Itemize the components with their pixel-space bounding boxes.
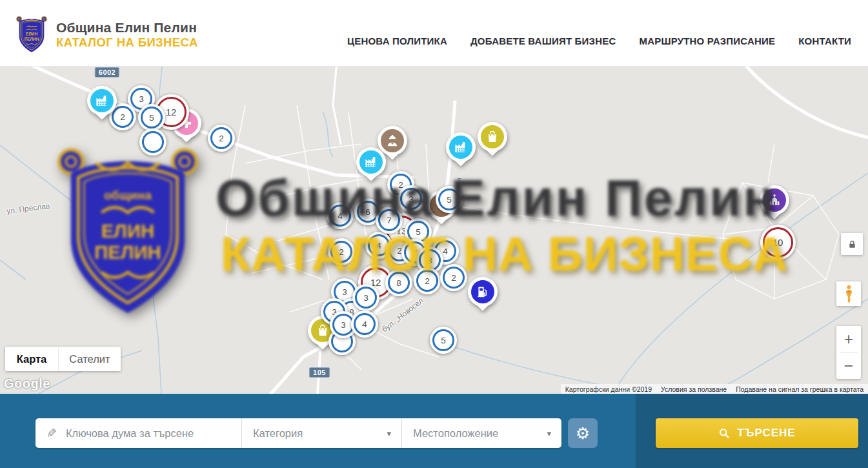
map-cluster-marker[interactable]: 2 <box>208 125 235 152</box>
chevron-down-icon: ▾ <box>387 429 391 438</box>
map-type-map-button[interactable]: Карта <box>5 347 58 371</box>
map-pin-marker-church[interactable] <box>760 185 789 224</box>
street-view-pegman-button[interactable] <box>836 281 861 306</box>
map-pin-marker-factory[interactable] <box>87 86 117 125</box>
cluster-count: 3 <box>139 94 144 104</box>
cluster-count: 5 <box>441 336 446 345</box>
zoom-control: + − <box>836 326 861 379</box>
map-pin-marker-factory[interactable] <box>356 147 386 186</box>
cluster-count: 2 <box>120 112 125 122</box>
pegman-icon <box>843 285 854 303</box>
map-cluster-marker[interactable]: 5 <box>430 327 457 354</box>
cluster-count: 5 <box>416 227 421 237</box>
cluster-count: 4 <box>376 241 381 250</box>
factory-icon <box>449 136 472 159</box>
map-type-satellite-button[interactable]: Сателит <box>58 347 121 371</box>
location-dropdown-label: Местоположение <box>413 427 498 440</box>
cluster-count: 10 <box>772 237 783 248</box>
map-cluster-marker[interactable]: 2 <box>440 264 467 291</box>
search-input-group: ✎ Категория ▾ Местоположение ▾ <box>35 418 561 448</box>
map-pin-marker-bag[interactable] <box>478 122 507 161</box>
pin-circle <box>468 277 498 307</box>
attribution-copyright: Картографски данни ©2019 <box>561 385 656 393</box>
pin-circle <box>356 147 386 177</box>
map-cluster-marker[interactable]: 3 <box>352 284 379 311</box>
site-title: Община Елин Пелин <box>56 21 198 35</box>
cluster-count: 5 <box>447 195 452 205</box>
nav-item-schedule[interactable]: МАРШРУТНО РАЗПИСАНИЕ <box>639 36 775 46</box>
location-dropdown[interactable]: Местоположение ▾ <box>402 418 561 448</box>
cluster-count: 2 <box>339 247 344 257</box>
category-dropdown-label: Категория <box>253 427 303 440</box>
map-cluster-marker[interactable]: 4 <box>327 202 354 229</box>
map-cluster-marker[interactable]: 3 <box>398 185 425 212</box>
map-cluster-marker[interactable]: 4 <box>351 310 378 338</box>
site-logo[interactable]: община ЕЛИН ПЕЛИН Община Елин Пелин КАТА… <box>15 15 198 55</box>
map-cluster-marker[interactable] <box>139 128 167 156</box>
cluster-count: 4 <box>443 247 448 256</box>
cluster-count: 7 <box>387 216 392 225</box>
lock-button[interactable] <box>841 233 863 255</box>
svg-text:община: община <box>26 25 37 28</box>
main-nav: ЦЕНОВА ПОЛИТИКА ДОБАВЕТЕ ВАШИЯТ БИЗНЕС М… <box>347 36 868 46</box>
map-canvas[interactable]: ул. Преславбул. „Новоселция 6002105 1232… <box>0 66 868 394</box>
municipality-crest-icon: община ЕЛИН ПЕЛИН <box>15 15 48 55</box>
lock-icon <box>847 239 857 249</box>
cluster-count: 2 <box>219 134 224 143</box>
cluster-count: 3 <box>409 194 414 204</box>
factory-icon <box>90 89 114 112</box>
map-cluster-marker[interactable]: 5 <box>138 104 165 131</box>
fuel-icon <box>471 280 494 303</box>
logo-text: Община Елин Пелин КАТАЛОГ НА БИЗНЕСА <box>56 21 198 48</box>
cluster-count: 8 <box>427 256 432 265</box>
search-button-label: ТЪРСЕНЕ <box>737 427 795 440</box>
cluster-count: 3 <box>342 287 347 297</box>
map-cluster-marker[interactable]: 7 <box>376 207 403 234</box>
pin-circle <box>87 86 117 116</box>
advanced-settings-button[interactable]: ⚙ <box>568 418 598 448</box>
cluster-count: 2 <box>425 276 430 286</box>
nav-item-add-business[interactable]: ДОБАВЕТЕ ВАШИЯТ БИЗНЕС <box>470 36 616 46</box>
pin-circle <box>478 122 507 152</box>
category-dropdown[interactable]: Категория ▾ <box>242 418 401 448</box>
map-cluster-marker[interactable]: 10 <box>760 225 796 260</box>
cluster-count: 5 <box>149 113 154 123</box>
svg-text:ПЕЛИН: ПЕЛИН <box>25 37 39 41</box>
cluster-count: 8 <box>396 278 401 288</box>
zoom-in-button[interactable]: + <box>836 326 861 352</box>
map-pin-marker-fuel[interactable] <box>468 277 498 316</box>
map-pin-marker-factory[interactable] <box>446 132 476 171</box>
map-attribution: Картографски данни ©2019 Условия за полз… <box>561 384 868 394</box>
site-header: община ЕЛИН ПЕЛИН Община Елин Пелин КАТА… <box>0 0 868 66</box>
search-button[interactable]: ТЪРСЕНЕ <box>656 418 858 448</box>
zoom-out-button[interactable]: − <box>836 353 861 380</box>
chevron-down-icon: ▾ <box>547 429 551 438</box>
nav-item-contacts[interactable]: КОНТАКТИ <box>798 36 851 46</box>
keyword-field-wrap: ✎ <box>35 418 241 448</box>
cluster-count: 2 <box>451 273 456 283</box>
map-markers-layer: 12325223513446752748212822383334510 <box>0 66 868 394</box>
cluster-count: 3 <box>363 293 368 303</box>
attribution-terms-link[interactable]: Условия за ползване <box>656 385 731 393</box>
pencil-icon: ✎ <box>46 426 57 441</box>
church-icon <box>763 188 786 212</box>
map-cluster-marker[interactable]: 8 <box>385 269 412 296</box>
map-cluster-marker[interactable]: 2 <box>414 267 441 294</box>
cluster-count: 6 <box>365 207 370 217</box>
cluster-count: 4 <box>338 211 343 221</box>
search-panel: ✎ Категория ▾ Местоположение ▾ ⚙ ТЪРСЕНЕ <box>0 394 868 468</box>
map-cluster-marker[interactable]: 2 <box>328 238 355 265</box>
search-icon <box>718 427 730 439</box>
site-subtitle: КАТАЛОГ НА БИЗНЕСА <box>56 36 198 48</box>
pin-circle <box>760 185 789 215</box>
bag-icon <box>481 125 504 148</box>
pin-circle <box>446 132 476 162</box>
factory-icon <box>359 150 383 174</box>
cluster-count: 4 <box>362 320 367 329</box>
google-logo[interactable]: Google <box>4 376 50 391</box>
attribution-report-link[interactable]: Подаване на сигнал за грешка в картата <box>731 385 868 393</box>
keyword-search-input[interactable] <box>65 427 216 440</box>
svg-text:ЕЛИН: ЕЛИН <box>26 32 37 36</box>
nav-item-pricing[interactable]: ЦЕНОВА ПОЛИТИКА <box>347 36 447 46</box>
map-cluster-marker[interactable]: 5 <box>436 186 463 213</box>
